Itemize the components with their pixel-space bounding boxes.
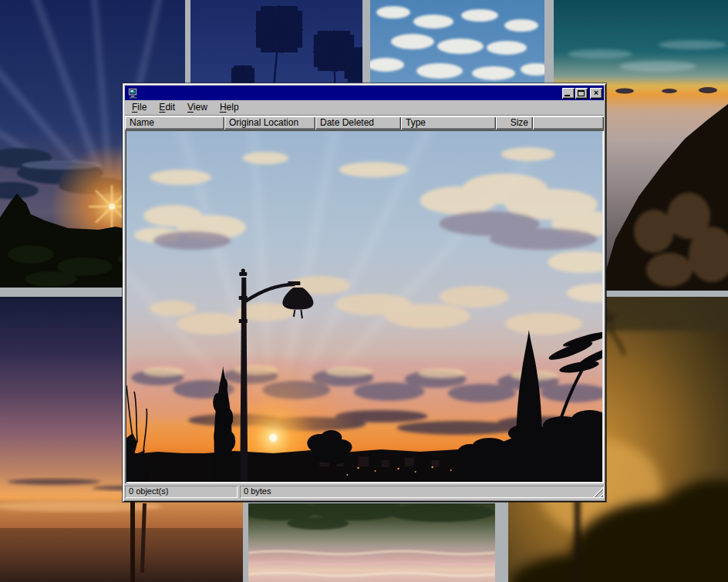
computer-icon	[127, 88, 139, 99]
column-header-date-deleted[interactable]: Date Deleted	[315, 116, 401, 130]
column-header-size[interactable]: Size	[496, 116, 533, 130]
desktop: × File Edit View Help Name Original Loca…	[0, 0, 728, 582]
menu-file[interactable]: File	[126, 100, 153, 115]
column-header-type[interactable]: Type	[401, 116, 496, 130]
column-header-original-location[interactable]: Original Location	[224, 116, 315, 130]
maximize-icon	[578, 90, 585, 96]
column-header-name[interactable]: Name	[125, 116, 224, 130]
status-bar: 0 object(s) 0 bytes	[125, 483, 604, 499]
resize-grip[interactable]	[593, 487, 603, 497]
sun	[269, 434, 277, 442]
minimize-icon	[565, 95, 570, 96]
sunset-lamp-photo	[126, 131, 602, 482]
status-object-count: 0 object(s)	[125, 486, 238, 498]
column-headers: Name Original Location Date Deleted Type…	[125, 116, 604, 130]
sun	[109, 204, 115, 210]
file-list-area[interactable]	[125, 130, 604, 483]
column-header-filler[interactable]	[533, 116, 604, 130]
water-shadow	[0, 528, 243, 582]
menu-edit[interactable]: Edit	[153, 100, 181, 115]
close-button[interactable]: ×	[590, 88, 602, 99]
maximize-button[interactable]	[575, 88, 588, 99]
recycle-bin-window: × File Edit View Help Name Original Loca…	[123, 83, 606, 502]
water-shimmer	[0, 501, 162, 512]
status-byte-count: 0 bytes	[240, 486, 604, 498]
reflection-photo-art	[248, 503, 495, 582]
wallpaper-photo-water-reflection	[248, 503, 495, 582]
menu-help[interactable]: Help	[214, 100, 245, 115]
menu-view[interactable]: View	[181, 100, 214, 115]
menu-bar: File Edit View Help	[125, 100, 604, 116]
minimize-button[interactable]	[562, 88, 575, 99]
title-bar[interactable]: ×	[125, 86, 604, 100]
close-icon: ×	[594, 89, 598, 97]
